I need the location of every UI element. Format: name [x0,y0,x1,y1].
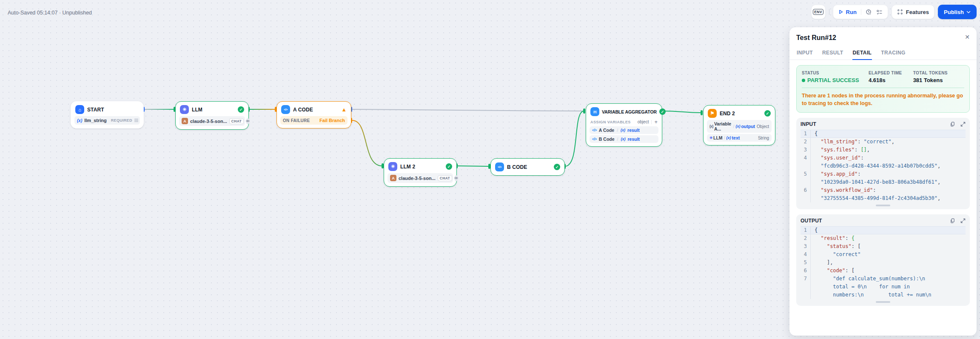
variable-type: Object [757,124,769,129]
run-history-icon[interactable] [866,9,872,15]
node-llm[interactable]: ✳ LLM ✓ A claude-3-5-son... CHAT [175,101,249,130]
status-value: PARTIAL SUCCESS [802,77,869,83]
anthropic-icon: A [390,175,396,181]
required-label: REQUIRED [111,118,132,122]
variable-name: result [627,137,640,142]
checklist-icon[interactable] [876,9,883,15]
anthropic-icon: A [182,118,188,124]
code-line: 2 "result": { [801,234,966,242]
success-check-icon: ✓ [554,164,560,170]
output-code: 1{2 "result": {3 "status": [4 "correct"5… [801,226,966,299]
success-check-icon: ✓ [238,106,244,113]
llm-icon: ✳ [388,162,397,171]
tab-detail[interactable]: DETAIL [852,46,872,60]
features-button[interactable]: Features [892,5,934,19]
features-icon [897,9,903,15]
aggregator-row[interactable]: </> A Code / (x) result [590,126,658,134]
node-title: LLM 2 [400,164,443,170]
source-node: B Code [599,137,615,142]
warning-icon: ▲ [341,107,347,112]
variable-icon: (x) [621,128,625,132]
elapsed-time-label: ELAPSED TIME [869,71,913,75]
status-label: STATUS [802,71,869,75]
status-dot [802,79,805,82]
node-llm-2[interactable]: ✳ LLM 2 ✓ A claude-3-5-son... CHAT [384,158,457,187]
code-line: 4 "sys.user_id": [801,154,966,162]
llm-model-row[interactable]: A claude-3-5-son... CHAT [387,173,453,183]
run-group-divider [861,9,861,15]
eye-icon[interactable] [246,118,250,124]
variable-icon: (x) [726,136,731,140]
node-start[interactable]: ⌂ START (x) llm_string REQUIRED [71,101,144,128]
code-mini-icon: </> [592,137,597,141]
autosave-status: Auto-Saved 05:14:07 · Unpublished [8,10,92,16]
copy-icon[interactable] [950,218,955,224]
add-variable-icon[interactable]: + [654,119,658,125]
variable-name: output [741,124,755,129]
chat-badge: CHAT [229,118,244,124]
model-name: claude-3-5-son... [190,119,227,124]
aggregator-row[interactable]: </> B Code / (x) result [590,135,658,143]
fail-branch-value: Fail Branch [319,118,345,123]
source-node: Variable A... [714,121,732,131]
env-button[interactable]: ENV [811,5,826,19]
code-icon: </> [281,105,290,114]
source-node: LLM [713,135,723,140]
end-icon: ⚑ [708,109,717,118]
close-icon[interactable]: ✕ [965,34,970,40]
resize-handle[interactable] [876,205,890,206]
eye-icon[interactable] [454,175,458,181]
success-check-icon: ✓ [659,108,666,115]
env-icon: ENV [813,9,823,15]
resize-handle[interactable] [876,301,890,303]
chat-badge: CHAT [438,175,452,181]
chevron-down-icon [966,11,971,14]
llm-model-row[interactable]: A claude-3-5-son... CHAT [179,116,245,126]
node-a-code[interactable]: </> A CODE ▲ ON FAILURE Fail Branch [276,101,351,128]
publish-button[interactable]: Publish [938,5,977,19]
model-name: claude-3-5-son... [399,176,436,181]
source-node: A Code [599,128,614,133]
input-code-card: INPUT 1{2 "llm_string": "correct",3 "sys… [796,118,970,209]
tab-input[interactable]: INPUT [796,46,813,60]
aggregator-type: object [638,120,649,124]
panel-content[interactable]: STATUS PARTIAL SUCCESS ELAPSED TIME 4.61… [789,60,977,335]
toolbar-divider [829,9,829,15]
run-group: Run [833,5,888,19]
run-label: Run [846,9,857,15]
code-line: 5 ], [801,259,966,267]
total-tokens-label: TOTAL TOKENS [913,71,964,75]
menu-icon [134,119,138,122]
success-check-icon: ✓ [446,163,452,170]
tab-result[interactable]: RESULT [822,46,844,60]
on-failure-label: ON FAILURE [283,118,310,123]
node-variable-aggregator[interactable]: (x) VARIABLE AGGREGATOR ✓ ASSIGN VARIABL… [586,103,662,147]
node-b-code[interactable]: </> B CODE ✓ [490,158,565,176]
expand-icon[interactable] [960,218,966,224]
code-line: "fcdb96c3-d428-4344-8592-a14b07b0cdd5", [801,162,966,170]
test-run-panel: Test Run#12 ✕ INPUT RESULT DETAIL TRACIN… [789,27,977,336]
run-button[interactable]: Run [838,9,857,15]
node-title: START [87,107,139,113]
output-block-title: OUTPUT [801,218,950,224]
tab-tracing[interactable]: TRACING [880,46,906,60]
assign-variables-label: ASSIGN VARIABLES [590,120,638,124]
code-line: 4 "correct" [801,251,966,259]
start-variable-row[interactable]: (x) llm_string REQUIRED [74,116,140,125]
end-output-row[interactable]: (x) Variable A... / (x) output Object [707,120,772,133]
code-icon: </> [495,162,504,171]
variable-icon: (x) [735,124,740,128]
code-line: 2 "llm_string": "correct", [801,138,966,146]
copy-icon[interactable] [950,122,955,127]
expand-icon[interactable] [960,122,966,127]
node-end-2[interactable]: ⚑ END 2 ✓ (x) Variable A... / (x) output… [703,105,775,145]
code-line: numbers:\n total += num\n [801,291,966,299]
status-card: STATUS PARTIAL SUCCESS ELAPSED TIME 4.61… [796,65,970,113]
end-output-row[interactable]: ✳ LLM / (x) text String [707,134,772,142]
node-title: A CODE [293,107,338,113]
publish-label: Publish [944,9,964,15]
fail-branch-row[interactable]: ON FAILURE Fail Branch [280,116,348,125]
node-title: B CODE [507,164,551,170]
variable-name: llm_string [84,118,107,123]
code-line: 3 "status": [ [801,242,966,251]
